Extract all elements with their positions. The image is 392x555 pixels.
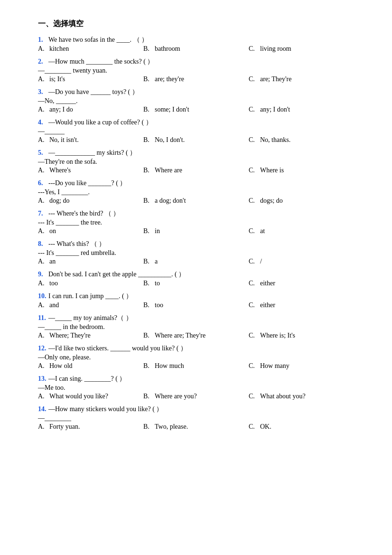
question-number: 13.	[38, 375, 47, 383]
option-item: A.How old	[38, 362, 143, 370]
option-item: B.Two, please.	[143, 423, 249, 431]
option-item: C.OK.	[249, 423, 354, 431]
question-block: 8.--- What's this? （ ）--- It's _______ r…	[38, 240, 354, 265]
option-label: B.	[143, 301, 153, 309]
option-item: B.in	[143, 227, 249, 235]
option-item: C.living room	[249, 45, 354, 53]
option-item: A.any; I do	[38, 106, 143, 113]
option-text: living room	[260, 45, 291, 53]
option-item: C.Where is	[249, 167, 354, 174]
option-label: B.	[143, 75, 153, 83]
option-text: How much	[155, 362, 184, 370]
option-label: C.	[249, 167, 258, 174]
option-label: A.	[38, 332, 47, 339]
options-row: A.anB.aC./	[38, 258, 354, 265]
question-block: 3.—Do you have ______ toys? ( ）—No, ____…	[38, 88, 354, 113]
option-item: C.What about you?	[249, 393, 354, 400]
question-text: —Would you like a cup of coffee? ( ）	[48, 118, 354, 127]
option-label: C.	[249, 136, 258, 144]
question-number: 11.	[38, 314, 47, 322]
question-text: —I can sing. ________? ( ）	[48, 375, 354, 383]
option-item: C./	[249, 258, 354, 265]
options-row: A.any; I doB.some; I don'tC.any; I don't	[38, 106, 354, 113]
question-block: 4.—Would you like a cup of coffee? ( ）—_…	[38, 118, 354, 144]
option-label: C.	[249, 258, 258, 265]
option-label: B.	[143, 136, 153, 144]
option-item: C.are; They're	[249, 75, 354, 83]
question-number: 3.	[38, 88, 47, 96]
question-block: 12.—I'd like two stickers. ______ would …	[38, 344, 354, 370]
option-label: A.	[38, 301, 47, 309]
option-text: Where are you?	[155, 393, 197, 400]
option-text: any; I don't	[260, 106, 290, 113]
option-text: How old	[49, 362, 73, 370]
options-row: A.andB.tooC.either	[38, 301, 354, 309]
question-text: —Do you have ______ toys? ( ）	[48, 88, 354, 96]
option-item: C.either	[249, 280, 354, 287]
question-text: —How many stickers would you like? ( ）	[48, 405, 354, 414]
option-item: A.and	[38, 301, 143, 309]
option-text: Where is	[260, 167, 284, 174]
option-item: C.any; I don't	[249, 106, 354, 113]
question-text: ---Do you like _______? ( ）	[48, 179, 354, 188]
option-label: C.	[249, 301, 258, 309]
question-number: 5.	[38, 149, 47, 157]
option-text: Where are; They're	[155, 332, 205, 339]
option-text: OK.	[260, 423, 271, 431]
question-text: --- Where's the bird? （ ）	[48, 209, 354, 218]
option-item: A.No, it isn't.	[38, 136, 143, 144]
option-text: Where's	[49, 167, 71, 174]
sub-line: —No, ______.	[38, 97, 354, 105]
option-text: and	[49, 301, 59, 309]
option-label: B.	[143, 45, 153, 53]
option-text: dogs; do	[260, 197, 283, 205]
question-text: —I'd like two stickers. ______ would you…	[48, 344, 354, 353]
option-text: Where is; It's	[260, 332, 295, 339]
question-text: —How much ________ the socks? ( ）	[48, 57, 354, 66]
question-block: 13.—I can sing. ________? ( ）—Me too.A.W…	[38, 375, 354, 400]
option-label: B.	[143, 393, 153, 400]
options-row: A.tooB.toC.either	[38, 280, 354, 287]
sub-line: —______	[38, 128, 354, 135]
option-label: C.	[249, 75, 258, 83]
option-text: some; I don't	[155, 106, 189, 113]
question-number: 10.	[38, 292, 47, 300]
option-text: dog; do	[49, 197, 69, 205]
question-text: We have two sofas in the ____. （ ）	[48, 36, 354, 44]
option-item: B.How much	[143, 362, 249, 370]
option-text: No, it isn't.	[49, 136, 79, 144]
option-item: A.dog; do	[38, 197, 143, 205]
options-row: A.No, it isn't.B.No, I don't.C.No, thank…	[38, 136, 354, 144]
question-number: 12.	[38, 345, 47, 352]
question-block: 11.—_____ my toy animals?（ ）—_____ in th…	[38, 314, 354, 339]
option-text: are; they're	[155, 75, 184, 83]
sub-line: —Me too.	[38, 384, 354, 392]
option-text: is; It's	[49, 75, 65, 83]
option-label: C.	[249, 280, 258, 287]
option-label: B.	[143, 106, 153, 113]
option-text: What about you?	[260, 393, 306, 400]
option-item: A.kitchen	[38, 45, 143, 53]
option-text: Forty yuan.	[49, 423, 80, 431]
option-text: an	[49, 258, 56, 265]
question-number: 14.	[38, 405, 47, 413]
option-text: a dog; don't	[155, 197, 186, 205]
question-number: 6.	[38, 179, 47, 187]
option-label: A.	[38, 136, 47, 144]
option-item: A.Where; They're	[38, 332, 143, 339]
question-number: 2.	[38, 58, 47, 66]
option-label: C.	[249, 227, 258, 235]
option-item: A.too	[38, 280, 143, 287]
option-text: too	[49, 280, 58, 287]
question-number: 9.	[38, 271, 47, 278]
question-block: 6.---Do you like _______? ( ）---Yes, I _…	[38, 179, 354, 205]
option-label: A.	[38, 393, 47, 400]
option-label: A.	[38, 362, 47, 370]
question-number: 4.	[38, 119, 47, 126]
options-row: A.kitchenB.bathroomC.living room	[38, 45, 354, 53]
option-label: A.	[38, 167, 47, 174]
sub-line: —They're on the sofa.	[38, 158, 354, 166]
option-item: B.to	[143, 280, 249, 287]
sub-line: --- It's _______ the tree.	[38, 219, 354, 226]
option-label: C.	[249, 393, 258, 400]
